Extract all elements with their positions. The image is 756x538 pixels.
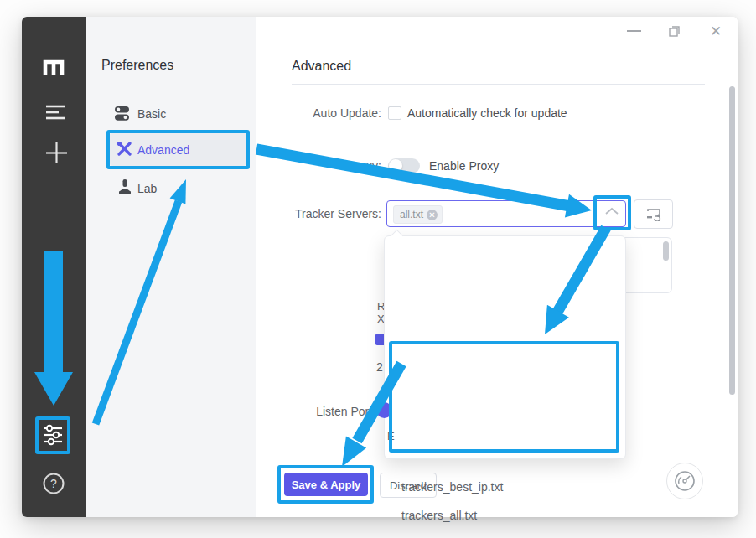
sync-trackers-button[interactable] <box>634 199 673 229</box>
preferences-panel <box>86 17 256 517</box>
speed-gauge-button[interactable] <box>666 463 703 499</box>
auto-update-label: Auto Update: <box>256 106 381 120</box>
annotation-box-advanced <box>106 130 250 169</box>
proxy-label: Proxy: <box>256 159 381 173</box>
tag-remove-icon[interactable]: ✕ <box>427 210 438 220</box>
tracker-servers-select[interactable]: all.txt ✕ <box>386 200 626 227</box>
restore-icon[interactable] <box>668 24 681 38</box>
toggle-knob <box>389 159 402 173</box>
annotation-box-chevron <box>593 195 631 230</box>
enable-proxy-toggle[interactable] <box>388 158 420 173</box>
screenshot-canvas: ✕ ? Preferences Basic Advanced <box>0 0 756 538</box>
main-scrollbar-thumb[interactable] <box>729 86 735 395</box>
add-task-icon[interactable] <box>45 142 68 164</box>
title-divider <box>292 84 705 85</box>
basic-toggles-icon <box>115 106 131 121</box>
annotation-box-tracker-group <box>389 341 619 453</box>
auto-update-checkbox-label: Automatically check for update <box>407 106 567 120</box>
motrix-logo-icon <box>41 55 66 79</box>
enable-proxy-text: Enable Proxy <box>429 159 499 173</box>
dropdown-option[interactable]: trackers_best_ip.txt <box>401 480 503 494</box>
lab-stamp-icon <box>118 178 132 195</box>
hidden-text-fragment-2: 2 <box>376 360 383 374</box>
auto-update-checkbox[interactable] <box>388 106 401 120</box>
annotation-box-settings-icon <box>35 416 70 454</box>
preferences-title: Preferences <box>101 58 173 73</box>
selected-tracker-tag: all.txt ✕ <box>393 205 443 224</box>
sync-trackers-icon <box>646 208 661 221</box>
listen-ports-label: Listen Ports: <box>256 405 381 418</box>
dropdown-option[interactable]: trackers_all.txt <box>401 509 477 522</box>
minimize-icon[interactable] <box>627 30 641 32</box>
tracker-servers-label: Tracker Servers: <box>256 207 381 220</box>
sidebar-item-basic[interactable]: Basic <box>137 107 166 121</box>
speedometer-icon <box>673 469 696 493</box>
help-icon[interactable]: ? <box>43 473 65 495</box>
annotation-box-save-button <box>277 465 374 504</box>
task-list-icon[interactable] <box>45 104 67 121</box>
sidebar-item-lab[interactable]: Lab <box>137 182 157 195</box>
svg-text:?: ? <box>50 477 57 490</box>
close-icon[interactable]: ✕ <box>710 23 722 40</box>
tag-label: all.txt <box>400 209 423 220</box>
textarea-scrollbar-thumb[interactable] <box>663 241 669 261</box>
page-title: Advanced <box>292 59 351 74</box>
